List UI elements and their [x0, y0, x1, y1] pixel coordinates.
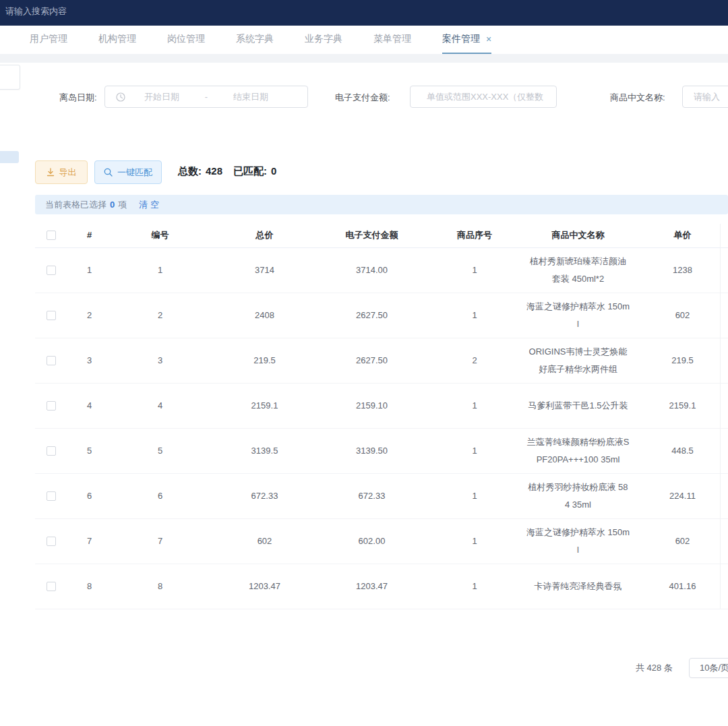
cell-seq: 1	[423, 442, 526, 460]
table-row[interactable]: 8 8 1203.47 1203.47 1 卡诗菁纯亮泽经典香氛 401.16	[35, 564, 728, 609]
cell-epay: 602.00	[320, 533, 423, 550]
cell-seq: 1	[423, 487, 526, 505]
table-row[interactable]: 4 4 2159.1 2159.10 1 马爹利蓝带干邑1.5公升装 2159.…	[35, 384, 728, 429]
table-row[interactable]: 2 2 2408 2627.50 1 海蓝之谜修护精萃水 150ml 602	[35, 293, 728, 338]
cell-code: 3	[111, 352, 209, 369]
row-checkbox[interactable]	[47, 401, 56, 411]
table-row[interactable]: 7 7 602 602.00 1 海蓝之谜修护精萃水 150ml 602	[35, 519, 728, 564]
search-icon	[104, 168, 113, 177]
col-header-name: 商品中文名称	[526, 226, 630, 244]
page-size-value: 10条/页	[700, 662, 728, 674]
cell-index: 4	[67, 397, 111, 415]
export-button-label: 导出	[59, 167, 77, 179]
cell-epay: 3714.00	[320, 262, 423, 279]
cell-code: 6	[111, 487, 209, 505]
cell-code: 4	[111, 397, 209, 415]
clock-icon	[116, 92, 125, 102]
nav-tab[interactable]: 机构管理	[98, 26, 136, 54]
cell-product-name: 植村秀新琥珀臻萃洁颜油套装 450ml*2	[530, 251, 626, 289]
product-name-input[interactable]	[682, 86, 728, 108]
cell-seq: 1	[423, 307, 526, 324]
select-all-checkbox[interactable]	[47, 231, 56, 240]
cell-code: 5	[111, 442, 209, 460]
total-value: 428	[206, 165, 222, 177]
nav-tab[interactable]: 系统字典	[236, 26, 274, 54]
table-header-row: # 编号 总价 电子支付金额 商品序号 商品中文名称 单价	[35, 222, 728, 248]
data-table: # 编号 总价 电子支付金额 商品序号 商品中文名称 单价 1 1 3714 3…	[35, 222, 728, 610]
cell-code: 1	[111, 262, 209, 279]
col-header-seq: 商品序号	[423, 226, 526, 244]
tab-label: 岗位管理	[167, 33, 205, 45]
row-checkbox[interactable]	[47, 446, 56, 456]
cell-total: 1203.47	[209, 578, 320, 595]
row-checkbox[interactable]	[47, 356, 56, 365]
date-filter-label: 离岛日期:	[59, 92, 97, 104]
cell-index: 7	[67, 533, 111, 550]
nav-tab[interactable]: 菜单管理	[373, 26, 411, 54]
export-button[interactable]: 导出	[35, 160, 88, 184]
tab-label: 系统字典	[236, 33, 274, 45]
cell-total: 3714	[209, 262, 320, 279]
row-checkbox[interactable]	[47, 491, 56, 501]
selection-count: 0	[110, 200, 115, 210]
column-divider	[720, 224, 721, 609]
global-search-input[interactable]: 请输入搜索内容	[5, 5, 67, 18]
table-row[interactable]: 5 5 3139.5 3139.50 1 兰蔻菁纯臻颜精华粉底液SPF20PA+…	[35, 429, 728, 474]
start-date-input[interactable]: 开始日期	[125, 91, 198, 103]
cell-epay: 2159.10	[320, 397, 423, 415]
row-checkbox[interactable]	[47, 582, 56, 591]
pagination-total: 共 428 条	[636, 662, 673, 674]
selection-info-bar: 当前表格已选择 0 项 清空	[35, 195, 728, 214]
cell-seq: 1	[423, 397, 526, 415]
end-date-input[interactable]: 结束日期	[214, 91, 287, 103]
table-row[interactable]: 6 6 672.33 672.33 1 植村秀羽纱持妆粉底液 584 35ml …	[35, 474, 728, 519]
cell-epay: 1203.47	[320, 578, 423, 595]
tab-label: 机构管理	[98, 33, 136, 45]
cell-index: 5	[67, 442, 111, 460]
row-checkbox[interactable]	[47, 537, 56, 546]
divider	[0, 54, 728, 63]
cell-product-name: 海蓝之谜修护精萃水 150ml	[526, 296, 630, 334]
col-header-total: 总价	[209, 226, 320, 244]
nav-tab[interactable]: 用户管理	[30, 26, 67, 54]
cell-unit-price: 448.5	[630, 442, 728, 460]
tab-close-icon[interactable]: ×	[486, 34, 491, 44]
one-click-match-button[interactable]: 一键匹配	[94, 160, 162, 184]
match-stats: 总数:428已匹配:0	[178, 165, 276, 178]
cell-seq: 1	[423, 578, 526, 595]
nav-tab[interactable]: 业务字典	[305, 26, 342, 54]
cell-unit-price: 602	[630, 533, 728, 550]
col-header-code: 编号	[111, 226, 209, 244]
cell-epay: 3139.50	[320, 442, 423, 460]
col-header-index: #	[67, 226, 111, 244]
cell-index: 3	[67, 352, 111, 369]
table-row[interactable]: 1 1 3714 3714.00 1 植村秀新琥珀臻萃洁颜油套装 450ml*2…	[35, 248, 728, 293]
table-row[interactable]: 3 3 219.5 2627.50 2 ORIGINS韦博士灵芝焕能好底子精华水…	[35, 338, 728, 384]
cell-epay: 2627.50	[320, 307, 423, 324]
row-checkbox[interactable]	[47, 266, 56, 275]
tab-label: 菜单管理	[373, 33, 411, 45]
collapsed-panel	[0, 65, 20, 90]
cell-code: 2	[111, 307, 209, 324]
date-range-picker[interactable]: 开始日期 - 结束日期	[104, 86, 308, 108]
cell-total: 2408	[209, 307, 320, 324]
cell-unit-price: 2159.1	[630, 397, 728, 415]
cell-code: 7	[111, 533, 209, 550]
matched-value: 0	[271, 165, 276, 177]
clear-selection-link[interactable]: 清空	[139, 199, 162, 211]
row-checkbox[interactable]	[47, 311, 56, 320]
cell-seq: 1	[423, 533, 526, 550]
cell-unit-price: 224.11	[630, 487, 728, 505]
cell-total: 602	[209, 533, 320, 550]
cell-unit-price: 219.5	[630, 352, 728, 369]
cell-product-name: 马爹利蓝带干邑1.5公升装	[528, 395, 628, 416]
nav-tab[interactable]: 案件管理 ×	[442, 26, 491, 54]
epay-amount-input[interactable]	[410, 86, 557, 108]
nav-tab[interactable]: 岗位管理	[167, 26, 205, 54]
tab-label: 业务字典	[305, 33, 342, 45]
page-size-select[interactable]: 10条/页	[689, 658, 728, 678]
cell-product-name: 植村秀羽纱持妆粉底液 584 35ml	[528, 477, 628, 515]
cell-seq: 2	[423, 352, 526, 369]
match-button-label: 一键匹配	[117, 167, 152, 179]
cell-product-name: ORIGINS韦博士灵芝焕能好底子精华水两件组	[529, 341, 628, 380]
